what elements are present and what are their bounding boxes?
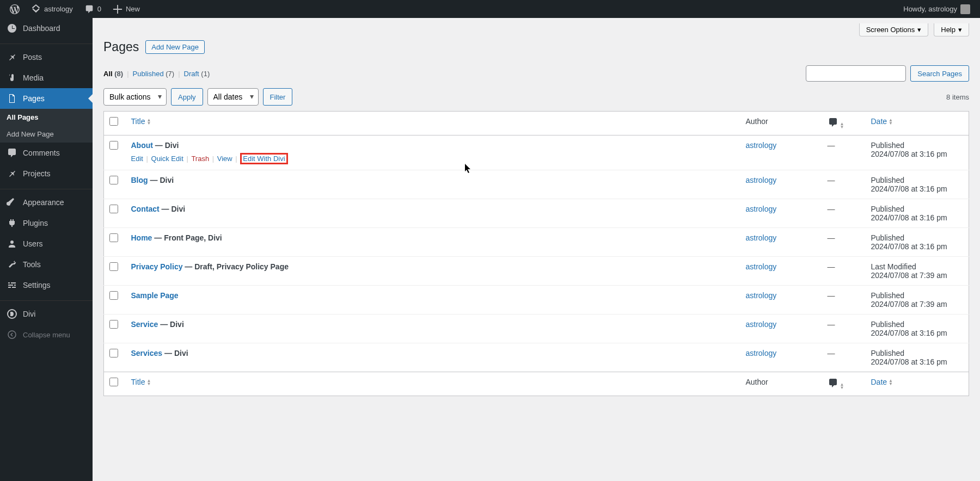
sidebar-item-comments[interactable]: Comments — [0, 143, 93, 163]
sidebar-item-appearance[interactable]: Appearance — [0, 192, 93, 213]
sidebar-item-plugins[interactable]: Plugins — [0, 213, 93, 233]
date-cell: Published2024/07/08 at 3:16 pm — [866, 170, 969, 199]
author-link[interactable]: astrology — [746, 233, 777, 242]
col-title-sort-bottom[interactable]: Title▲▼ — [131, 378, 151, 386]
pin-icon — [7, 52, 17, 63]
trash-link[interactable]: Trash — [191, 155, 209, 163]
sidebar-sub-all-pages[interactable]: All Pages — [0, 109, 93, 126]
table-row: Home — Front Page, Divi astrology — Publ… — [104, 228, 969, 257]
filter-button[interactable]: Filter — [263, 88, 293, 106]
select-all-checkbox[interactable] — [109, 117, 118, 126]
row-checkbox[interactable] — [109, 349, 118, 357]
view-link[interactable]: View — [217, 155, 232, 163]
screen-options-button[interactable]: Screen Options ▾ — [859, 23, 929, 36]
sidebar-item-tools[interactable]: Tools — [0, 254, 93, 275]
row-checkbox[interactable] — [109, 205, 118, 213]
table-row: Contact — Divi astrology — Published2024… — [104, 199, 969, 228]
comment-count-dash: — — [828, 176, 835, 184]
user-greeting[interactable]: Howdy, astrology — [899, 0, 975, 18]
new-link[interactable]: New — [108, 0, 144, 18]
author-link[interactable]: astrology — [746, 262, 777, 271]
comment-count-dash: — — [828, 349, 835, 357]
comments-link[interactable]: 0 — [80, 0, 106, 18]
page-title-link[interactable]: About — [131, 141, 153, 150]
user-icon — [7, 238, 17, 249]
author-link[interactable]: astrology — [746, 291, 777, 300]
brush-icon — [7, 197, 17, 208]
table-row: Privacy Policy — Draft, Privacy Policy P… — [104, 257, 969, 286]
filter-draft[interactable]: Draft (1) — [184, 70, 210, 78]
col-comments-bottom[interactable]: ▲▼ — [822, 372, 866, 396]
col-comments[interactable]: ▲▼ — [822, 112, 866, 135]
row-checkbox[interactable] — [109, 291, 118, 300]
wp-logo[interactable] — [5, 0, 24, 18]
new-label: New — [126, 5, 140, 13]
row-checkbox[interactable] — [109, 320, 118, 329]
row-checkbox[interactable] — [109, 233, 118, 242]
page-title-link[interactable]: Home — [131, 233, 152, 242]
author-link[interactable]: astrology — [746, 320, 777, 329]
date-cell: Published2024/07/08 at 7:39 am — [866, 286, 969, 314]
comment-count-dash: — — [828, 205, 835, 213]
add-new-button[interactable]: Add New Page — [145, 40, 205, 54]
sidebar-sub-add-new[interactable]: Add New Page — [0, 126, 93, 143]
quick-edit-link[interactable]: Quick Edit — [151, 155, 183, 163]
sidebar-item-settings[interactable]: Settings — [0, 275, 93, 295]
row-actions: Edit | Quick Edit | Trash | View | Edit … — [131, 153, 735, 164]
bulk-actions-select[interactable]: Bulk actions — [103, 88, 167, 106]
item-count: 8 items — [946, 93, 969, 101]
row-checkbox[interactable] — [109, 141, 118, 150]
settings-label: Settings — [23, 281, 51, 289]
page-title-link[interactable]: Privacy Policy — [131, 262, 183, 271]
author-link[interactable]: astrology — [746, 141, 777, 150]
table-row: Services — Divi astrology — Published202… — [104, 343, 969, 372]
sidebar-collapse[interactable]: Collapse menu — [0, 324, 93, 345]
admin-topbar: astrology 0 New Howdy, astrology — [0, 0, 980, 18]
search-input[interactable] — [806, 65, 906, 82]
page-title-link[interactable]: Services — [131, 349, 163, 357]
sidebar-item-users[interactable]: Users — [0, 233, 93, 254]
collapse-label: Collapse menu — [23, 331, 70, 339]
admin-sidebar: Dashboard Posts Media Pages All Pages Ad… — [0, 18, 93, 481]
author-link[interactable]: astrology — [746, 349, 777, 357]
sidebar-item-dashboard[interactable]: Dashboard — [0, 18, 93, 39]
page-title-link[interactable]: Service — [131, 320, 158, 329]
post-state: — Divi — [155, 141, 179, 150]
col-date-sort[interactable]: Date▲▼ — [871, 117, 893, 126]
site-name-link[interactable]: astrology — [27, 0, 77, 18]
sidebar-item-posts[interactable]: Posts — [0, 47, 93, 67]
chevron-down-icon: ▾ — [917, 26, 921, 34]
sidebar-item-divi[interactable]: Divi — [0, 304, 93, 324]
plugins-label: Plugins — [23, 219, 48, 227]
page-title-link[interactable]: Contact — [131, 205, 160, 213]
status-filter: All (8) | Published (7) | Draft (1) — [103, 70, 210, 78]
author-link[interactable]: astrology — [746, 176, 777, 184]
col-date-sort-bottom[interactable]: Date▲▼ — [871, 378, 893, 386]
select-all-checkbox-bottom[interactable] — [109, 378, 118, 386]
filter-published[interactable]: Published (7) — [133, 70, 175, 78]
page-title-link[interactable]: Sample Page — [131, 291, 179, 300]
row-checkbox[interactable] — [109, 176, 118, 184]
apply-button[interactable]: Apply — [171, 88, 203, 106]
date-filter-select[interactable]: All dates — [207, 88, 259, 106]
page-title-link[interactable]: Blog — [131, 176, 148, 184]
author-link[interactable]: astrology — [746, 205, 777, 213]
sidebar-item-projects[interactable]: Projects — [0, 163, 93, 184]
col-title-sort[interactable]: Title▲▼ — [131, 117, 151, 126]
sidebar-item-pages[interactable]: Pages — [0, 88, 93, 109]
edit-link[interactable]: Edit — [131, 155, 143, 163]
filter-all[interactable]: All (8) — [103, 70, 123, 78]
edit-divi-link[interactable]: Edit With Divi — [243, 155, 285, 163]
site-name: astrology — [44, 5, 73, 13]
help-button[interactable]: Help ▾ — [934, 23, 969, 36]
comment-count-dash: — — [828, 262, 835, 271]
date-cell: Published2024/07/08 at 3:16 pm — [866, 135, 969, 170]
row-checkbox[interactable] — [109, 262, 118, 271]
tools-label: Tools — [23, 260, 41, 269]
comment-count-dash: — — [828, 320, 835, 329]
post-state: — Front Page, Divi — [154, 233, 222, 242]
table-row: Sample Page astrology — Published2024/07… — [104, 286, 969, 314]
date-cell: Published2024/07/08 at 3:16 pm — [866, 343, 969, 372]
sidebar-item-media[interactable]: Media — [0, 67, 93, 88]
search-button[interactable]: Search Pages — [910, 65, 969, 82]
